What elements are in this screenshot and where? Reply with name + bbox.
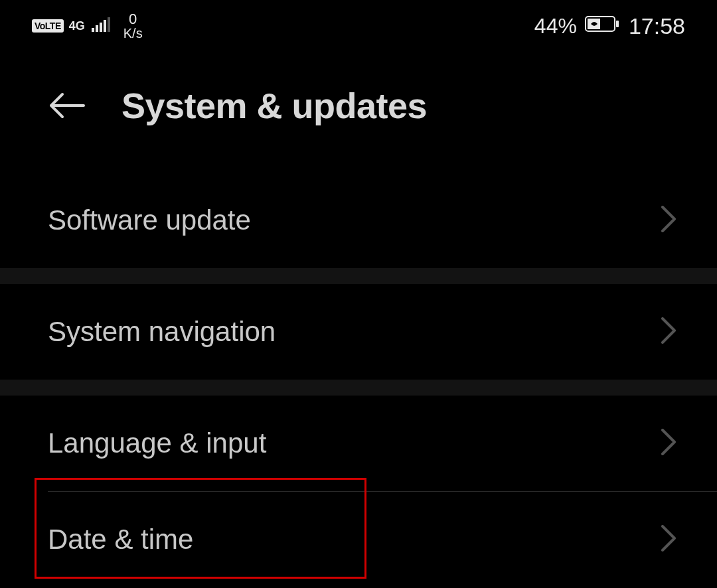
svg-rect-0 [92, 28, 94, 32]
clock: 17:58 [629, 13, 685, 39]
battery-percent: 44% [534, 14, 577, 38]
chevron-right-icon [660, 427, 677, 459]
signal-icon [92, 15, 112, 37]
back-icon[interactable] [48, 92, 85, 119]
svg-rect-4 [108, 17, 110, 32]
volte-badge: VoLTE [32, 19, 64, 33]
svg-rect-3 [104, 20, 106, 32]
section-gap [0, 380, 717, 396]
svg-rect-1 [96, 25, 98, 32]
page-title: System & updates [121, 85, 427, 126]
chevron-right-icon [660, 316, 677, 348]
row-date-time[interactable]: Date & time [0, 492, 717, 587]
status-left: VoLTE 4G 0 K/s [32, 12, 143, 40]
chevron-right-icon [660, 524, 677, 555]
row-language-input[interactable]: Language & input [0, 396, 717, 491]
svg-rect-2 [100, 23, 102, 32]
svg-rect-6 [616, 21, 619, 27]
row-label: Language & input [48, 427, 266, 459]
chevron-right-icon [660, 204, 677, 236]
page-header: System & updates [0, 52, 717, 159]
row-system-navigation[interactable]: System navigation [0, 284, 717, 380]
data-speed: 0 K/s [123, 12, 143, 40]
settings-list: Software update System navigation Langua… [0, 173, 717, 587]
battery-icon [585, 15, 621, 38]
speed-value: 0 [129, 12, 137, 27]
row-label: System navigation [48, 316, 276, 348]
network-type: 4G [69, 20, 85, 32]
section-gap [0, 268, 717, 284]
status-bar: VoLTE 4G 0 K/s 44% 17:58 [0, 0, 717, 52]
status-right: 44% 17:58 [534, 13, 685, 39]
speed-unit: K/s [123, 27, 143, 40]
row-software-update[interactable]: Software update [0, 173, 717, 268]
row-label: Date & time [48, 524, 193, 555]
row-label: Software update [48, 204, 251, 236]
